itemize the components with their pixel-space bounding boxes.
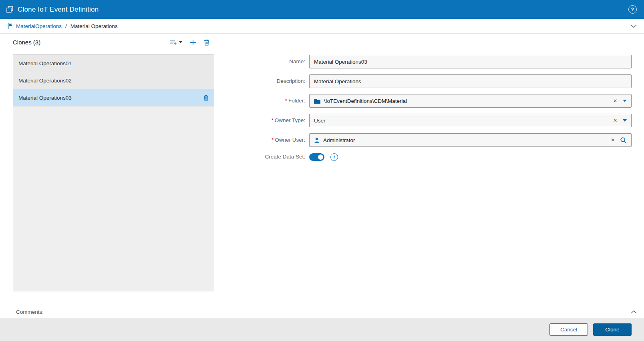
- add-clone-button[interactable]: [190, 39, 196, 46]
- owner-type-combobox[interactable]: User ✕: [309, 114, 632, 127]
- page-title: Clone IoT Event Definition: [18, 6, 99, 14]
- clone-form: Name: Description: *Folder: \IoTEventDef…: [248, 55, 632, 167]
- clear-icon[interactable]: ✕: [613, 118, 617, 123]
- folder-icon: [314, 98, 320, 104]
- breadcrumb-root-link[interactable]: MaterialOperations: [16, 23, 62, 29]
- clone-list-item-selected[interactable]: Material Operations03: [13, 89, 214, 106]
- list-options-button[interactable]: [170, 39, 182, 45]
- description-label: Description:: [248, 74, 305, 88]
- create-data-set-toggle[interactable]: [309, 153, 324, 161]
- create-data-set-label: Create Data Set:: [248, 153, 305, 161]
- breadcrumb: MaterialOperations / Material Operations: [0, 19, 644, 34]
- footer-bar: Cancel Clone: [0, 318, 644, 341]
- required-marker: *: [272, 137, 274, 143]
- object-flag-icon: [7, 23, 13, 29]
- toggle-knob: [318, 154, 323, 160]
- owner-user-value: Administrator: [323, 137, 607, 143]
- create-data-set-row: Create Data Set: i: [248, 153, 632, 161]
- clear-icon[interactable]: ✕: [611, 138, 615, 142]
- clone-button[interactable]: Clone: [593, 323, 632, 336]
- clone-list-item[interactable]: Material Operations02: [13, 72, 214, 89]
- clone-item-label: Material Operations01: [18, 60, 72, 66]
- delete-clone-button[interactable]: [204, 39, 209, 46]
- description-input[interactable]: [309, 74, 632, 88]
- clones-toolbar: [170, 39, 214, 46]
- owner-type-value: User: [314, 118, 609, 124]
- collapse-panel-chevron-icon[interactable]: [631, 24, 637, 28]
- required-marker: *: [285, 98, 287, 104]
- main-content: Clones (3): [0, 34, 644, 306]
- owner-type-row: *Owner Type: User ✕: [248, 114, 632, 127]
- search-icon[interactable]: [620, 137, 627, 144]
- title-bar: Clone IoT Event Definition ?: [0, 0, 644, 19]
- comments-section: Comments:: [0, 306, 644, 318]
- clone-item-label: Material Operations03: [18, 95, 72, 101]
- cancel-button[interactable]: Cancel: [549, 323, 588, 336]
- clone-item-label: Material Operations02: [18, 78, 72, 84]
- breadcrumb-separator: /: [65, 23, 67, 29]
- folder-row: *Folder: \IoTEventDefinitions\CDM\Materi…: [248, 94, 632, 108]
- description-row: Description:: [248, 74, 632, 88]
- required-marker: *: [271, 117, 273, 123]
- owner-user-field[interactable]: Administrator ✕: [309, 133, 632, 147]
- clear-icon[interactable]: ✕: [613, 98, 617, 103]
- clone-list: Material Operations01 Material Operation…: [13, 54, 214, 291]
- comments-expand-chevron-icon[interactable]: [631, 310, 637, 314]
- dropdown-caret-icon[interactable]: [623, 100, 627, 102]
- folder-value: \IoTEventDefinitions\CDM\Material: [324, 98, 609, 104]
- name-label: Name:: [248, 55, 305, 68]
- clones-panel-header: Clones (3): [13, 39, 214, 46]
- folder-combobox[interactable]: \IoTEventDefinitions\CDM\Material ✕: [309, 94, 632, 108]
- user-icon: [314, 137, 320, 143]
- trash-icon: [203, 95, 209, 101]
- name-row: Name:: [248, 55, 632, 68]
- name-input[interactable]: [309, 55, 632, 68]
- breadcrumb-current: Material Operations: [70, 23, 118, 29]
- plus-icon: [190, 39, 196, 46]
- clone-list-item[interactable]: Material Operations01: [13, 55, 214, 72]
- row-delete-button[interactable]: [203, 95, 209, 101]
- comments-label: Comments:: [16, 309, 44, 315]
- owner-user-label: *Owner User:: [248, 133, 305, 147]
- folder-label: *Folder:: [248, 94, 305, 108]
- owner-type-label: *Owner Type:: [248, 114, 305, 127]
- list-options-icon: [170, 39, 177, 45]
- info-icon[interactable]: i: [330, 153, 338, 161]
- dropdown-caret-icon[interactable]: [623, 119, 627, 122]
- trash-icon: [204, 39, 209, 46]
- clones-heading: Clones (3): [13, 39, 40, 46]
- dropdown-caret-icon: [179, 41, 182, 43]
- clone-icon: [6, 6, 13, 13]
- help-icon[interactable]: ?: [628, 5, 637, 14]
- owner-user-row: *Owner User: Administrator ✕: [248, 133, 632, 147]
